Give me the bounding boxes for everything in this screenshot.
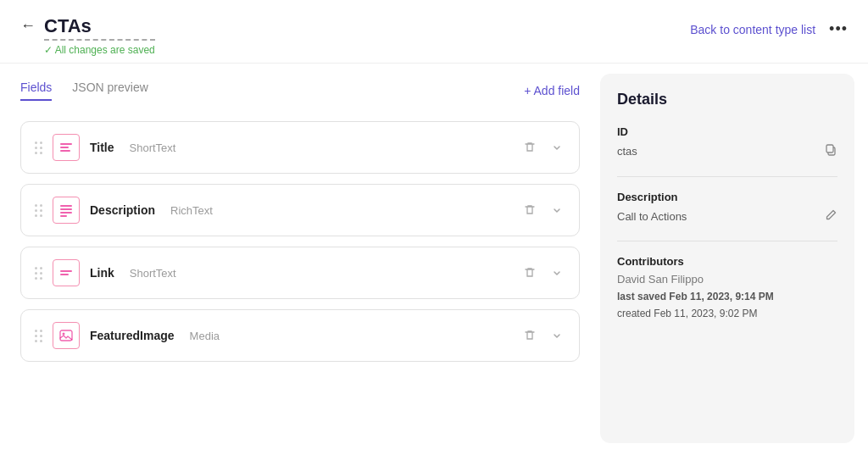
title-expand-button[interactable]	[548, 139, 565, 156]
link-expand-button[interactable]	[548, 264, 565, 281]
featured-image-expand-button[interactable]	[548, 327, 565, 344]
field-row-featured-image: FeaturedImage Media	[20, 309, 580, 362]
contributor-name: David San Filippo	[617, 273, 837, 286]
field-row-description: Description RichText	[20, 184, 580, 236]
main-content: Fields JSON preview + Add field	[0, 64, 868, 453]
more-options-button[interactable]: •••	[829, 20, 848, 38]
svg-rect-12	[826, 145, 833, 153]
description-field-type: RichText	[170, 204, 213, 217]
title-field-type: ShortText	[130, 141, 176, 154]
tabs-bar: Fields JSON preview + Add field	[20, 80, 580, 101]
svg-rect-2	[60, 150, 70, 152]
featured-image-field-type: Media	[190, 330, 220, 342]
detail-description-section: Description Call to Actions	[617, 191, 837, 224]
drag-handle-description[interactable]	[35, 204, 42, 217]
back-button[interactable]: ←	[20, 17, 36, 35]
id-value-row: ctas	[617, 143, 837, 159]
header-right: Back to content type list •••	[690, 20, 848, 38]
description-label: Description	[617, 191, 837, 203]
left-panel: Fields JSON preview + Add field	[0, 64, 600, 453]
last-saved-text: last saved Feb 11, 2023, 9:14 PM	[617, 291, 774, 302]
title-area: CTAs ✓ All changes are saved	[44, 15, 155, 56]
page-title: CTAs	[44, 15, 155, 41]
drag-handle-title[interactable]	[35, 141, 42, 154]
link-field-name: Link	[90, 266, 114, 280]
drag-handle-link[interactable]	[35, 267, 42, 280]
back-to-list-link[interactable]: Back to content type list	[690, 23, 815, 36]
details-panel: Details ID ctas Description Call to Acti…	[600, 74, 854, 443]
contributors-label: Contributors	[617, 255, 837, 268]
svg-rect-8	[60, 274, 69, 275]
svg-rect-5	[60, 212, 72, 214]
edit-description-button[interactable]	[825, 208, 837, 224]
add-field-button[interactable]: + Add field	[524, 84, 580, 97]
title-field-actions	[521, 139, 565, 156]
details-heading: Details	[617, 91, 837, 108]
contributor-dates: last saved Feb 11, 2023, 9:14 PM created…	[617, 289, 837, 321]
title-field-name: Title	[90, 141, 114, 154]
field-row-title: Title ShortText	[20, 121, 580, 174]
divider-1	[617, 176, 837, 177]
detail-contributors-section: Contributors David San Filippo last save…	[617, 255, 837, 321]
description-field-icon	[53, 197, 80, 224]
svg-rect-1	[60, 147, 69, 148]
copy-id-button[interactable]	[824, 143, 837, 159]
id-label: ID	[617, 125, 837, 138]
svg-rect-7	[60, 270, 72, 272]
svg-point-10	[63, 333, 65, 336]
created-text: created Feb 11, 2023, 9:02 PM	[617, 308, 757, 319]
header: ← CTAs ✓ All changes are saved Back to c…	[0, 0, 868, 64]
title-field-icon	[53, 134, 80, 161]
svg-rect-9	[60, 330, 72, 341]
id-value: ctas	[617, 145, 637, 158]
featured-image-field-icon	[53, 322, 80, 349]
title-delete-button[interactable]	[521, 139, 538, 156]
description-value: Call to Actions	[617, 210, 687, 223]
svg-rect-4	[60, 208, 72, 210]
drag-handle-featured-image[interactable]	[35, 330, 42, 342]
field-row-link: Link ShortText	[20, 247, 580, 299]
detail-id-section: ID ctas	[617, 125, 837, 159]
save-status: ✓ All changes are saved	[44, 44, 155, 56]
svg-rect-0	[60, 143, 72, 145]
description-value-row: Call to Actions	[617, 208, 837, 224]
featured-image-field-name: FeaturedImage	[90, 329, 175, 342]
tabs-left: Fields JSON preview	[20, 80, 148, 101]
divider-2	[617, 241, 837, 241]
svg-rect-6	[60, 215, 67, 217]
link-field-type: ShortText	[130, 267, 176, 280]
field-list: Title ShortText	[20, 121, 580, 362]
tab-fields[interactable]: Fields	[20, 80, 52, 101]
svg-rect-3	[60, 205, 72, 207]
featured-image-field-actions	[521, 327, 565, 344]
description-field-actions	[521, 202, 565, 219]
featured-image-delete-button[interactable]	[521, 327, 538, 344]
description-field-name: Description	[90, 203, 155, 217]
tab-json-preview[interactable]: JSON preview	[72, 80, 147, 101]
link-delete-button[interactable]	[521, 264, 538, 281]
description-expand-button[interactable]	[548, 202, 565, 219]
link-field-actions	[521, 264, 565, 281]
description-delete-button[interactable]	[521, 202, 538, 219]
link-field-icon	[53, 259, 80, 286]
header-left: ← CTAs ✓ All changes are saved	[20, 15, 155, 56]
